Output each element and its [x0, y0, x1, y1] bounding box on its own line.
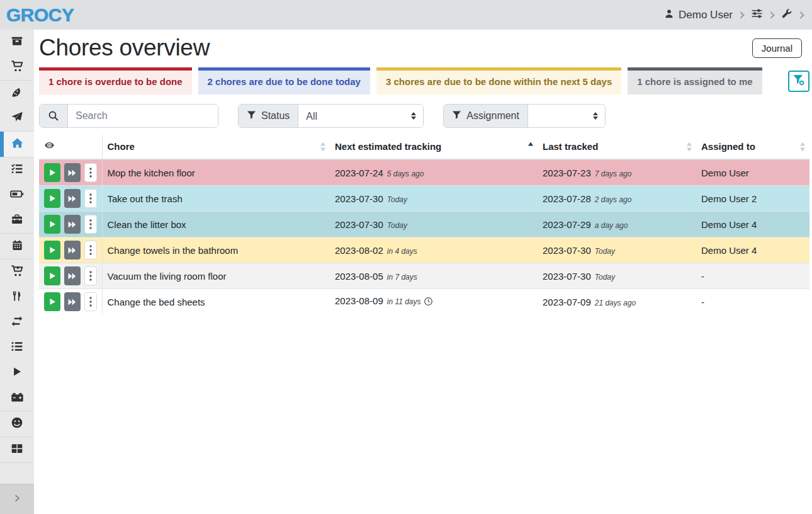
chore-name: Vacuum the living room floor [102, 263, 330, 289]
relative-time: 2 days ago [595, 195, 632, 204]
sidebar-item-meal-plan[interactable] [0, 106, 34, 131]
table-row: Vacuum the living room floor 2023-08-05i… [39, 263, 809, 289]
topbar: GROCY Demo User [0, 0, 812, 30]
chore-menu-button[interactable] [84, 189, 97, 208]
calendar-icon [11, 239, 23, 254]
wrench-icon [781, 8, 792, 22]
skip-execution-button[interactable] [64, 163, 81, 182]
box-icon [11, 35, 23, 50]
next-tracking-date: 2023-07-24 [335, 168, 383, 178]
sidebar-item-tasks[interactable] [0, 157, 34, 183]
banner-due-today[interactable]: 2 chores are due to be done today [198, 67, 370, 94]
sidebar-collapse-button[interactable] [0, 484, 34, 514]
sidebar-item-chores-overview[interactable] [0, 132, 34, 157]
page-title: Chores overview [39, 35, 210, 61]
sidebar-item-shopping-list[interactable] [0, 55, 34, 80]
chore-menu-button[interactable] [84, 266, 97, 285]
assignment-filter-label: Assignment [466, 110, 519, 122]
assigned-user: Demo User 2 [696, 186, 809, 212]
status-filter-group: Status All [238, 104, 424, 128]
sidebar [0, 30, 34, 514]
admin-menu[interactable] [781, 8, 803, 22]
banner-due-soon[interactable]: 3 chores are due to be done within the n… [376, 67, 621, 94]
banner-assigned-to-me[interactable]: 1 chore is assigned to me [628, 67, 762, 94]
clock-icon [424, 297, 433, 308]
sidebar-item-transfer[interactable] [0, 310, 34, 335]
column-header-chore[interactable]: Chore [102, 135, 330, 159]
column-header-next-tracking[interactable]: Next estimated tracking [330, 135, 538, 159]
smiley-icon [11, 416, 23, 431]
main-content: Chores overview Journal 1 chore is overd… [34, 30, 812, 514]
relative-time: Today [595, 247, 615, 256]
track-execution-button[interactable] [44, 215, 60, 234]
sidebar-item-equipment[interactable] [0, 208, 34, 233]
sort-icon [320, 142, 325, 152]
next-tracking-date: 2023-08-05 [335, 271, 383, 282]
sidebar-item-batteries-overview[interactable] [0, 183, 34, 208]
assignment-filter-select[interactable] [528, 105, 605, 127]
settings-menu[interactable] [751, 8, 774, 22]
sidebar-item-chore-tracking[interactable] [0, 360, 34, 386]
sort-icon [687, 142, 692, 152]
assigned-user: - [696, 289, 809, 315]
chore-menu-button[interactable] [84, 241, 97, 260]
paper-plane-icon [11, 111, 23, 126]
chore-menu-button[interactable] [84, 163, 97, 182]
table-row: Clean the litter box 2023-07-30Today 202… [39, 212, 809, 237]
play-icon [11, 366, 23, 380]
exchange-icon [11, 315, 23, 330]
chevron-right-icon [737, 11, 744, 18]
track-execution-button[interactable] [44, 163, 60, 182]
track-execution-button[interactable] [44, 292, 60, 311]
skip-execution-button[interactable] [64, 189, 81, 208]
journal-button[interactable]: Journal [752, 38, 802, 58]
assigned-user: Demo User 4 [696, 237, 809, 263]
column-header-last-tracked[interactable]: Last tracked [538, 135, 696, 159]
column-header-assigned-to[interactable]: Assigned to [696, 135, 809, 159]
skip-execution-button[interactable] [64, 292, 81, 311]
search-input[interactable] [68, 105, 218, 127]
skip-execution-button[interactable] [64, 266, 81, 285]
cart-plus-icon [11, 265, 24, 280]
banner-overdue[interactable]: 1 chore is overdue to be done [39, 67, 192, 94]
next-tracking-date: 2023-07-30 [335, 219, 383, 230]
skip-execution-button[interactable] [64, 241, 81, 260]
chore-menu-button[interactable] [84, 292, 97, 311]
track-execution-button[interactable] [44, 241, 60, 260]
chore-menu-button[interactable] [84, 215, 97, 234]
status-filter-label: Status [261, 110, 290, 122]
sidebar-item-consume[interactable] [0, 285, 34, 310]
chore-name: Mop the kitchen floor [102, 159, 330, 186]
skip-execution-button[interactable] [64, 215, 81, 234]
filter-bar: Status All Assignment [39, 104, 809, 128]
topbar-menu: Demo User [664, 8, 803, 22]
tasks-icon [11, 163, 23, 178]
pizza-icon [11, 86, 23, 101]
sidebar-item-userentity-table[interactable] [0, 437, 34, 462]
track-execution-button[interactable] [44, 266, 60, 285]
sidebar-item-stock-overview[interactable] [0, 30, 34, 55]
next-tracking-date: 2023-07-30 [335, 193, 383, 204]
sliders-icon [751, 8, 763, 22]
visibility-column-header[interactable] [39, 135, 102, 159]
filter-circle-icon [792, 74, 805, 88]
last-tracked-date: 2023-07-23 [543, 168, 591, 178]
chore-name: Clean the litter box [102, 212, 330, 237]
relative-time: a day ago [595, 221, 628, 230]
sidebar-item-purchase[interactable] [0, 260, 34, 285]
grocy-logo: GROCY [6, 4, 74, 26]
sidebar-item-recipes[interactable] [0, 81, 34, 106]
assignment-filter-group: Assignment [443, 104, 606, 128]
track-execution-button[interactable] [44, 189, 60, 208]
chore-name: Change towels in the bathroom [102, 237, 330, 263]
sidebar-item-user-entities[interactable] [0, 411, 34, 437]
clear-filter-button[interactable] [788, 71, 809, 92]
status-filter-select[interactable]: All [298, 105, 423, 127]
sidebar-item-calendar[interactable] [0, 234, 34, 259]
chevron-right-icon [767, 11, 774, 18]
user-menu[interactable]: Demo User [664, 9, 743, 21]
next-tracking-date: 2023-08-09 [335, 295, 383, 306]
sidebar-item-battery-tracking[interactable] [0, 386, 34, 411]
sidebar-item-inventory[interactable] [0, 335, 34, 360]
relative-time: Today [595, 273, 615, 282]
